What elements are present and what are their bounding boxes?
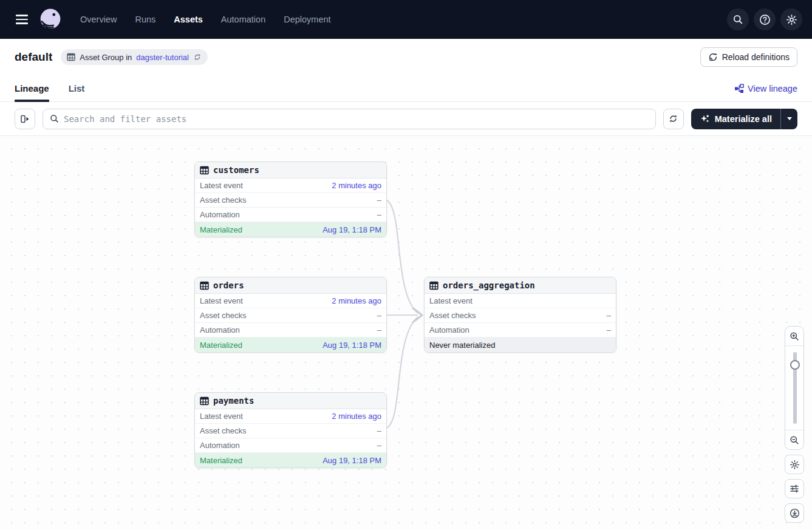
nav-item-overview[interactable]: Overview — [80, 15, 117, 24]
graph-settings-button[interactable] — [785, 455, 804, 474]
panel-expand-icon — [19, 114, 30, 124]
download-image-button[interactable] — [785, 503, 804, 523]
asset-group-badge: Asset Group in dagster-tutorial — [61, 49, 208, 65]
automation-row: Automation– — [195, 208, 386, 222]
table-icon — [429, 281, 438, 290]
tab-lineage[interactable]: Lineage — [15, 75, 49, 101]
latest-event-row: Latest event — [425, 294, 616, 308]
asset-checks-row: Asset checks– — [425, 308, 616, 323]
latest-event-row: Latest event2 minutes ago — [195, 178, 386, 193]
latest-event-value[interactable]: 2 minutes ago — [332, 412, 381, 421]
latest-event-row: Latest event2 minutes ago — [195, 409, 386, 424]
asset-node-header: payments — [195, 393, 386, 409]
search-icon — [50, 114, 59, 123]
asset-checks-row: Asset checks– — [195, 424, 386, 438]
latest-event-row: Latest event2 minutes ago — [195, 294, 386, 308]
page-title: default — [15, 50, 52, 64]
asset-name: payments — [213, 396, 254, 406]
asset-checks-row: Asset checks– — [195, 193, 386, 208]
table-icon — [200, 281, 209, 290]
chevron-down-icon — [787, 117, 792, 120]
lineage-canvas[interactable]: customers Latest event2 minutes ago Asse… — [0, 136, 812, 530]
automation-row: Automation– — [195, 438, 386, 453]
materialization-timestamp[interactable]: Aug 19, 1:18 PM — [322, 225, 381, 234]
materialization-status: Never materialized — [425, 338, 616, 352]
asset-group-icon — [67, 53, 75, 61]
nav-item-automation[interactable]: Automation — [221, 15, 265, 24]
materialization-status: MaterializedAug 19, 1:18 PM — [195, 453, 386, 467]
asset-node-orders[interactable]: orders Latest event2 minutes ago Asset c… — [194, 277, 387, 353]
tab-list[interactable]: List — [69, 75, 85, 101]
view-lineage-link[interactable]: View lineage — [734, 75, 797, 101]
hamburger-menu-icon[interactable] — [10, 7, 34, 32]
lineage-edges — [0, 136, 812, 530]
graph-toolbar: Materialize all — [0, 102, 812, 136]
asset-node-customers[interactable]: customers Latest event2 minutes ago Asse… — [194, 161, 387, 237]
badge-prefix: Asset Group in — [80, 53, 132, 62]
zoom-controls — [785, 326, 804, 450]
table-icon — [200, 396, 209, 406]
materialization-status: MaterializedAug 19, 1:18 PM — [195, 222, 386, 237]
materialization-timestamp[interactable]: Aug 19, 1:18 PM — [322, 456, 381, 465]
materialization-timestamp[interactable]: Aug 19, 1:18 PM — [322, 341, 381, 350]
gear-icon — [790, 460, 800, 470]
nav-item-runs[interactable]: Runs — [135, 15, 155, 24]
zoom-slider-thumb[interactable] — [790, 360, 800, 370]
navbar-actions — [727, 8, 802, 30]
top-navbar: Overview Runs Assets Automation Deployme… — [0, 0, 812, 39]
asset-search — [43, 109, 656, 129]
zoom-out-icon — [790, 435, 799, 445]
refresh-button[interactable] — [663, 109, 684, 129]
zoom-slider[interactable] — [785, 346, 803, 430]
asset-node-orders-aggregation[interactable]: orders_aggregation Latest event Asset ch… — [424, 277, 616, 353]
reload-icon — [708, 52, 718, 62]
latest-event-value[interactable]: 2 minutes ago — [332, 181, 381, 190]
zoom-in-icon — [790, 331, 799, 341]
nav-item-deployment[interactable]: Deployment — [284, 15, 330, 24]
asset-name: orders_aggregation — [443, 280, 535, 290]
automation-row: Automation– — [195, 323, 386, 338]
tabs-bar: Lineage List View lineage — [0, 75, 812, 102]
download-icon — [790, 508, 800, 518]
graph-filters-button[interactable] — [785, 479, 804, 498]
help-icon[interactable] — [754, 8, 776, 30]
lineage-icon — [734, 84, 744, 93]
reload-definitions-label: Reload definitions — [722, 52, 790, 62]
search-input[interactable] — [64, 114, 649, 124]
nav-item-assets[interactable]: Assets — [174, 15, 203, 24]
settings-gear-icon[interactable] — [780, 8, 802, 30]
materialize-options-button[interactable] — [780, 109, 797, 129]
automation-row: Automation– — [425, 323, 616, 338]
asset-node-payments[interactable]: payments Latest event2 minutes ago Asset… — [194, 392, 387, 468]
page-header: default Asset Group in dagster-tutorial … — [0, 39, 812, 75]
expand-sidebar-button[interactable] — [15, 109, 35, 129]
sparkle-icon — [700, 114, 710, 124]
asset-node-header: orders — [195, 277, 386, 294]
refresh-icon — [668, 114, 678, 124]
asset-node-header: orders_aggregation — [425, 277, 616, 294]
badge-repo-link[interactable]: dagster-tutorial — [136, 53, 189, 62]
materialize-all-label: Materialize all — [715, 114, 772, 124]
filters-sliders-icon — [790, 484, 799, 494]
asset-node-header: customers — [195, 162, 386, 178]
reload-definitions-button[interactable]: Reload definitions — [700, 47, 797, 67]
materialization-status: MaterializedAug 19, 1:18 PM — [195, 338, 386, 352]
latest-event-value[interactable]: 2 minutes ago — [332, 296, 381, 305]
primary-nav: Overview Runs Assets Automation Deployme… — [80, 15, 331, 24]
table-icon — [200, 166, 209, 175]
zoom-in-button[interactable] — [785, 327, 803, 346]
asset-name: customers — [213, 165, 259, 175]
asset-name: orders — [213, 280, 244, 290]
dagster-logo-icon — [39, 8, 62, 31]
zoom-out-button[interactable] — [785, 430, 803, 449]
materialize-split-button: Materialize all — [691, 109, 797, 129]
search-icon[interactable] — [727, 8, 749, 30]
materialize-all-button[interactable]: Materialize all — [691, 109, 780, 129]
badge-refresh-icon[interactable] — [193, 53, 202, 61]
asset-checks-row: Asset checks– — [195, 308, 386, 323]
